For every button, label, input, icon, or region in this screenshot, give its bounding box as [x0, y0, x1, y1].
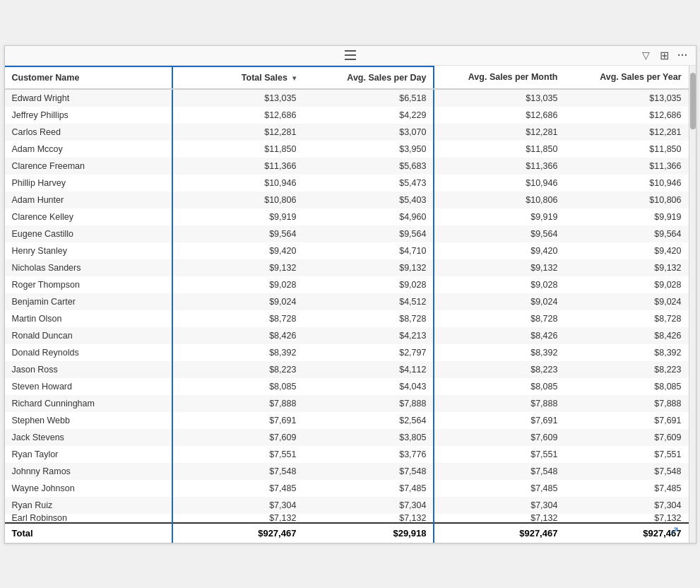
table-row: Martin Olson$8,728$8,728$8,728$8,728	[5, 310, 696, 327]
cell-total-sales: $8,392	[172, 344, 303, 361]
cell-avg-day: $4,043	[303, 378, 434, 395]
cell-customer-name: Nicholas Sanders	[5, 259, 173, 276]
table-row: Richard Cunningham$7,888$7,888$7,888$7,8…	[5, 395, 696, 412]
table-header-row: Customer Name Total Sales ▾ Avg. Sales p…	[5, 66, 696, 89]
cell-avg-day: $3,070	[303, 124, 434, 141]
cell-customer-name: Adam Mccoy	[5, 141, 173, 158]
cell-avg-year: $9,919	[564, 208, 695, 225]
footer-avg-month: $927,467	[434, 523, 564, 543]
cell-total-sales: $9,420	[172, 242, 303, 259]
col-header-avg-year[interactable]: Avg. Sales per Year	[564, 66, 695, 89]
cell-total-sales: $7,888	[172, 395, 303, 412]
top-bar: ▽ ⊞ ···	[5, 46, 696, 66]
table-row: Eugene Castillo$9,564$9,564$9,564$9,564	[5, 225, 696, 242]
cell-customer-name: Roger Thompson	[5, 276, 173, 293]
cell-avg-day: $3,805	[303, 429, 434, 446]
cell-avg-year: $13,035	[564, 89, 695, 107]
cell-avg-year: $9,564	[564, 225, 695, 242]
more-options-icon[interactable]: ···	[676, 48, 690, 62]
cell-avg-month: $11,366	[434, 158, 564, 175]
cell-customer-name: Wayne Johnson	[5, 480, 173, 497]
cell-avg-day: $3,950	[303, 141, 434, 158]
cell-total-sales: $10,946	[172, 175, 303, 192]
cell-avg-day: $2,797	[303, 344, 434, 361]
cell-total-sales: $7,691	[172, 412, 303, 429]
cell-customer-name: Ronald Duncan	[5, 327, 173, 344]
table-layout-icon[interactable]: ⊞	[658, 48, 672, 62]
cell-avg-month: $9,919	[434, 208, 564, 225]
cell-avg-month: $10,946	[434, 175, 564, 192]
table-row: Steven Howard$8,085$4,043$8,085$8,085	[5, 378, 696, 395]
cell-customer-name: Eugene Castillo	[5, 225, 173, 242]
cell-avg-day: $6,518	[303, 89, 434, 107]
cell-avg-day: $7,485	[303, 480, 434, 497]
cell-avg-year: $7,132	[564, 514, 695, 523]
cell-avg-day: $3,776	[303, 446, 434, 463]
cell-total-sales: $8,223	[172, 361, 303, 378]
cell-total-sales: $11,850	[172, 141, 303, 158]
cell-avg-day: $8,728	[303, 310, 434, 327]
cell-total-sales: $12,281	[172, 124, 303, 141]
cell-avg-day: $4,512	[303, 293, 434, 310]
vertical-scrollbar[interactable]	[689, 66, 696, 543]
drag-handle-icon[interactable]	[345, 49, 356, 61]
cell-avg-year: $7,609	[564, 429, 695, 446]
cell-avg-year: $7,691	[564, 412, 695, 429]
cell-avg-day: $4,960	[303, 208, 434, 225]
cell-avg-day: $9,132	[303, 259, 434, 276]
cell-avg-year: $11,366	[564, 158, 695, 175]
cell-avg-day: $9,564	[303, 225, 434, 242]
filter-icon[interactable]: ▽	[639, 48, 653, 62]
cell-avg-month: $12,686	[434, 107, 564, 124]
cell-avg-year: $12,281	[564, 124, 695, 141]
col-header-avg-day[interactable]: Avg. Sales per Day	[303, 66, 434, 89]
cell-total-sales: $13,035	[172, 89, 303, 107]
cell-total-sales: $7,551	[172, 446, 303, 463]
cell-customer-name: Edward Wright	[5, 89, 173, 107]
cell-customer-name: Earl Robinson	[5, 514, 173, 523]
scrollbar-thumb[interactable]	[690, 73, 696, 129]
cell-avg-year: $10,806	[564, 192, 695, 208]
table-row: Edward Wright$13,035$6,518$13,035$13,035	[5, 89, 696, 107]
cell-avg-year: $8,223	[564, 361, 695, 378]
table-row: Ryan Taylor$7,551$3,776$7,551$7,551	[5, 446, 696, 463]
cell-customer-name: Donald Reynolds	[5, 344, 173, 361]
table-row: Jack Stevens$7,609$3,805$7,609$7,609	[5, 429, 696, 446]
table-footer: Total $927,467 $29,918 $927,467 $927,467	[5, 523, 696, 543]
cell-avg-year: $11,850	[564, 141, 695, 158]
cell-customer-name: Ryan Taylor	[5, 446, 173, 463]
cell-total-sales: $9,564	[172, 225, 303, 242]
cell-avg-month: $9,024	[434, 293, 564, 310]
cell-avg-year: $8,426	[564, 327, 695, 344]
cell-avg-day: $4,213	[303, 327, 434, 344]
cell-avg-month: $7,548	[434, 463, 564, 480]
col-header-total-sales[interactable]: Total Sales ▾	[172, 66, 303, 89]
cell-customer-name: Jack Stevens	[5, 429, 173, 446]
table-container: ▽ ⊞ ··· Customer Name Total Sales ▾ Avg.…	[4, 45, 696, 543]
cell-customer-name: Ryan Ruiz	[5, 497, 173, 514]
table-body: Edward Wright$13,035$6,518$13,035$13,035…	[5, 89, 696, 523]
cell-avg-year: $7,485	[564, 480, 695, 497]
table-row: Roger Thompson$9,028$9,028$9,028$9,028	[5, 276, 696, 293]
col-header-customer-name[interactable]: Customer Name	[5, 66, 173, 89]
table-row: Adam Mccoy$11,850$3,950$11,850$11,850	[5, 141, 696, 158]
cell-total-sales: $11,366	[172, 158, 303, 175]
cell-total-sales: $7,548	[172, 463, 303, 480]
cell-avg-month: $9,132	[434, 259, 564, 276]
table-row: Stephen Webb$7,691$2,564$7,691$7,691	[5, 412, 696, 429]
cell-total-sales: $8,426	[172, 327, 303, 344]
cell-total-sales: $7,304	[172, 497, 303, 514]
cell-customer-name: Adam Hunter	[5, 192, 173, 208]
table-row: Wayne Johnson$7,485$7,485$7,485$7,485	[5, 480, 696, 497]
cell-avg-year: $9,028	[564, 276, 695, 293]
cell-avg-year: $9,420	[564, 242, 695, 259]
cell-total-sales: $12,686	[172, 107, 303, 124]
cell-total-sales: $9,919	[172, 208, 303, 225]
cell-avg-month: $7,132	[434, 514, 564, 523]
col-header-avg-month[interactable]: Avg. Sales per Month	[434, 66, 564, 89]
cell-avg-year: $8,392	[564, 344, 695, 361]
sort-desc-icon: ▾	[292, 74, 296, 82]
cell-avg-month: $8,085	[434, 378, 564, 395]
cell-total-sales: $10,806	[172, 192, 303, 208]
cell-customer-name: Clarence Freeman	[5, 158, 173, 175]
